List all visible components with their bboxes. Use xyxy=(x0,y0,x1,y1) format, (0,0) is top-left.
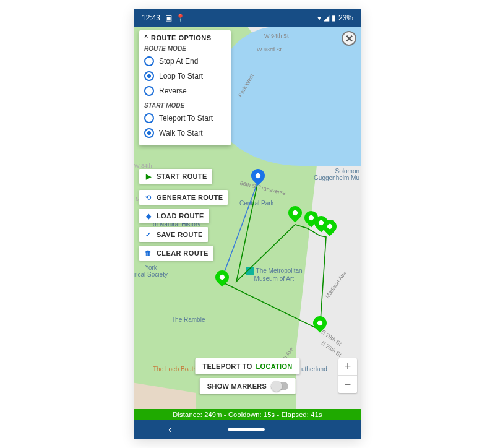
poi-ramble: The Ramble xyxy=(171,316,205,323)
street-label: W 94th St xyxy=(264,33,289,39)
clear-route-label: CLEAR ROUTE xyxy=(157,249,209,257)
zoom-in-button[interactable]: + xyxy=(338,358,357,376)
battery-icon: ▮ xyxy=(332,14,336,22)
signal-icon: ◢ xyxy=(324,14,329,22)
waypoint-marker[interactable] xyxy=(323,220,337,233)
close-button[interactable]: ✕ xyxy=(342,31,356,46)
show-markers-toggle[interactable] xyxy=(270,382,288,390)
battery-text: 23% xyxy=(338,14,353,22)
route-options-header[interactable]: ^ ROUTE OPTIONS xyxy=(144,34,226,41)
museum-icon xyxy=(246,267,254,275)
check-icon: ✓ xyxy=(144,230,153,239)
play-icon: ▶ xyxy=(144,172,153,181)
load-route-button[interactable]: ◆ LOAD ROUTE xyxy=(139,209,209,223)
route-mode-option-label: Stop At End xyxy=(159,57,198,66)
waypoint-marker[interactable] xyxy=(313,316,327,330)
start-mode-option-label: Walk To Start xyxy=(159,129,203,137)
start-mode-option-label: Teleport To Start xyxy=(159,114,213,123)
poi-guggenheim: Solomon Guggenheim Mu xyxy=(314,168,359,181)
waypoint-marker[interactable] xyxy=(215,270,229,284)
map-lake xyxy=(212,27,361,166)
poi-central-park: Central Park xyxy=(239,200,274,207)
wifi-icon: ▾ xyxy=(317,14,321,22)
waypoint-marker[interactable] xyxy=(288,206,302,220)
phone-frame: 12:43 ▣ 📍 ▾ ◢ ▮ 23% W 94th St W 93rd St … xyxy=(134,9,361,439)
radio-icon xyxy=(144,71,154,81)
start-mode-label: START MODE xyxy=(144,102,226,109)
street-label: W 84th xyxy=(134,163,152,169)
statusbar: 12:43 ▣ 📍 ▾ ◢ ▮ 23% xyxy=(134,9,361,27)
street-label: W 93rd St xyxy=(257,46,282,53)
chevron-up-icon: ^ xyxy=(144,34,148,41)
status-line: Distance: 249m - Cooldown: 15s - Elapsed… xyxy=(134,409,361,420)
teleport-button[interactable]: TELEPORT TO LOCATION xyxy=(195,358,299,374)
close-icon: ✕ xyxy=(345,33,353,45)
route-mode-label: ROUTE MODE xyxy=(144,45,226,52)
route-options-panel: ^ ROUTE OPTIONS ROUTE MODE Stop At EndLo… xyxy=(139,30,231,145)
route-mode-option-label: Loop To Start xyxy=(159,72,203,80)
route-mode-option[interactable]: Loop To Start xyxy=(144,69,226,84)
start-mode-option[interactable]: Teleport To Start xyxy=(144,111,226,126)
show-markers-button[interactable]: SHOW MARKERS xyxy=(200,378,296,394)
status-text: Distance: 249m - Cooldown: 15s - Elapsed… xyxy=(173,411,322,418)
radio-icon xyxy=(144,56,154,66)
generate-icon: ⟲ xyxy=(144,193,153,202)
radio-icon xyxy=(144,113,154,123)
teleport-label-prefix: TELEPORT TO xyxy=(202,363,252,370)
show-markers-label: SHOW MARKERS xyxy=(207,382,267,390)
route-mode-option[interactable]: Reverse xyxy=(144,84,226,98)
poi-historical-society: York rical Society xyxy=(134,264,168,278)
start-route-button[interactable]: ▶ START ROUTE xyxy=(139,169,212,184)
back-button[interactable]: ‹ xyxy=(168,424,171,435)
map-grey-bottom xyxy=(134,369,196,409)
save-route-button[interactable]: ✓ SAVE ROUTE xyxy=(139,227,208,242)
zoom-out-button[interactable]: − xyxy=(338,376,357,393)
load-icon: ◆ xyxy=(144,212,153,220)
location-icon: 📍 xyxy=(176,14,185,22)
save-route-label: SAVE ROUTE xyxy=(157,231,203,238)
start-mode-option[interactable]: Walk To Start xyxy=(144,126,226,140)
generate-route-button[interactable]: ⟲ GENERATE ROUTE xyxy=(139,190,228,205)
android-navbar: ‹ xyxy=(134,420,361,439)
route-mode-option[interactable]: Stop At End xyxy=(144,54,226,69)
start-route-label: START ROUTE xyxy=(157,173,207,180)
generate-route-label: GENERATE ROUTE xyxy=(157,194,223,201)
status-time: 12:43 xyxy=(142,14,160,22)
load-route-label: LOAD ROUTE xyxy=(157,212,204,220)
map-icon: ▣ xyxy=(165,14,172,22)
teleport-label-accent: LOCATION xyxy=(256,363,293,370)
clear-route-button[interactable]: 🗑 CLEAR ROUTE xyxy=(139,246,213,261)
start-marker[interactable] xyxy=(251,169,265,183)
map[interactable]: W 94th St W 93rd St 86th St Transverse 5… xyxy=(134,27,361,409)
route-options-title: ROUTE OPTIONS xyxy=(151,34,212,41)
route-mode-option-label: Reverse xyxy=(159,87,187,95)
radio-icon xyxy=(144,128,154,138)
poi-sutherland: utherland xyxy=(301,366,327,373)
zoom-control: + − xyxy=(338,358,357,393)
home-button[interactable] xyxy=(228,428,265,431)
radio-icon xyxy=(144,86,154,96)
trash-icon: 🗑 xyxy=(144,249,153,257)
poi-met: The Metropolitan Museum of Art xyxy=(246,267,303,282)
